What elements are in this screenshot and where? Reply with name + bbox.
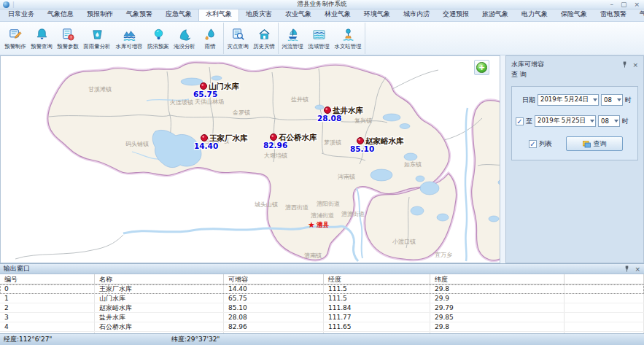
reservoir-value-label: 28.08 [317, 114, 341, 123]
status-latitude: 纬度:29°37'32" [171, 335, 220, 344]
table-cell: 111.5 [324, 294, 430, 303]
table-cell [224, 332, 324, 333]
table-cell: 王家厂水库 [95, 284, 224, 293]
toolbar-button-reservoir-capacity[interactable]: 水库可增容 [113, 23, 145, 54]
tab-3[interactable]: 预报制作 [80, 8, 120, 21]
toolbar-button-alert-query[interactable]: 预警查询 [28, 23, 55, 54]
tab-5[interactable]: 应急气象 [159, 8, 198, 21]
county-map[interactable]: 甘溪滩镇火连坡镇天供山林场金罗镇盐井镇复兴镇码头铺镇王家厂镇梦溪镇大堰垱镇涔南镇… [1, 56, 500, 263]
date-label: 日期 [522, 96, 535, 105]
toolbar-button-label: 历史灾情 [253, 42, 274, 50]
tab-4[interactable]: 气象预警 [120, 8, 159, 21]
query-button[interactable]: 查询 [566, 136, 623, 151]
end-hour-select[interactable]: 08 [598, 115, 620, 127]
toolbar-button-label: 流域管理 [308, 42, 329, 50]
tab-17[interactable]: 气象指数 [633, 8, 644, 21]
toolbar-button-area-rain[interactable]: 面雨量分析 [81, 23, 113, 54]
start-hour-select[interactable]: 08 [601, 94, 623, 106]
town-label: 澧阳街道 [317, 201, 340, 207]
column-header[interactable]: 经度 [324, 274, 430, 284]
tab-10[interactable]: 环境气象 [357, 8, 397, 21]
disaster-history-icon [257, 27, 272, 42]
reservoir-value-label: 65.75 [193, 90, 217, 98]
main-area: 甘溪滩镇火连坡镇天供山林场金罗镇盐井镇复兴镇码头铺镇王家厂镇梦溪镇大堰垱镇涔南镇… [0, 55, 644, 263]
column-header[interactable]: 可增容 [224, 274, 324, 284]
toolbar-button-label: 河流管理 [282, 42, 303, 50]
tab-16[interactable]: 雷电预警 [594, 8, 633, 21]
map-canvas[interactable]: 甘溪滩镇火连坡镇天供山林场金罗镇盐井镇复兴镇码头铺镇王家厂镇梦溪镇大堰垱镇涔南镇… [0, 55, 500, 263]
start-date-select[interactable]: 2019年 5月24日 [538, 94, 599, 106]
panel-title: 水库可增容 [511, 60, 544, 69]
tab-2[interactable]: 气象信息 [41, 8, 80, 21]
end-date-checkbox[interactable]: ✓ [516, 117, 524, 125]
chevron-down-icon [614, 120, 618, 123]
table-cell: 111.84 [324, 303, 430, 312]
column-header[interactable]: 编号 [0, 274, 95, 284]
toolbar-button-label: 水文站管理 [335, 42, 362, 50]
town-label: 码头铺镇 [125, 141, 149, 147]
table-cell: 111.77 [324, 313, 430, 322]
toolbar-group-2: 灾点查询历史灾情 [224, 23, 279, 54]
table-row[interactable]: 0王家厂水库14.40111.529.8 [0, 284, 644, 294]
tab-12[interactable]: 交通预报 [436, 8, 476, 21]
table-cell: 28.08 [224, 313, 324, 322]
toolbar-button-disaster-query[interactable]: 灾点查询 [225, 23, 251, 54]
lake [212, 76, 222, 80]
toolbar-button-flood-plan[interactable]: 防汛预案 [145, 23, 171, 54]
map-add-button[interactable]: + [474, 60, 489, 75]
toolbar-button-rain-info[interactable]: 雨情 [198, 23, 222, 54]
column-header[interactable]: 名称 [95, 274, 224, 284]
toolbar-button-disaster-history[interactable]: 历史灾情 [251, 23, 277, 54]
toolbar-button-hydro-station[interactable]: 水文站管理 [332, 23, 364, 54]
toolbar-button-submerge[interactable]: 淹没分析 [171, 23, 198, 54]
column-header[interactable]: 纬度 [430, 274, 565, 284]
maximize-button[interactable]: ▢ [621, 1, 627, 9]
table-cell [95, 332, 224, 333]
app-window: { "window": { "title": "澧县业务制作系统", "mini… [0, 0, 644, 345]
disaster-query-icon [230, 27, 246, 42]
table-empty-row [0, 332, 644, 333]
table-cell: 29.8 [430, 322, 565, 331]
panel-close-icon[interactable]: × [632, 61, 638, 69]
list-label: 列表 [539, 139, 552, 149]
lake [400, 124, 410, 129]
table-row[interactable]: 4石公桥水库82.96111.6529.8 [0, 322, 644, 332]
tab-1[interactable]: 日常业务 [1, 8, 41, 21]
toolbar-button-basin[interactable]: 流域管理 [306, 23, 332, 54]
town-label: 甘溪滩镇 [88, 86, 112, 93]
toolbar-button-river[interactable]: 河流管理 [279, 23, 306, 54]
minimize-button[interactable]: – [610, 1, 613, 9]
toolbar-button-label: 面雨量分析 [84, 42, 111, 50]
tab-7[interactable]: 地质灾害 [239, 8, 279, 21]
town-label: 澧浦街道 [311, 212, 334, 219]
menu-tab-bar: 日常业务气象信息预报制作气象预警应急气象水利气象地质灾害农业气象林业气象环境气象… [0, 9, 644, 22]
toolbar-button-label: 预警参数 [57, 42, 78, 50]
column-header[interactable] [565, 274, 644, 284]
table-cell: 石公桥水库 [95, 322, 224, 331]
tab-14[interactable]: 电力气象 [515, 8, 554, 21]
tab-15[interactable]: 保险气象 [554, 8, 594, 21]
toolbar-button-alert-make[interactable]: 预警制作 [2, 23, 28, 54]
lake [315, 105, 324, 109]
tab-11[interactable]: 城市内涝 [397, 8, 436, 21]
tab-13[interactable]: 旅游气象 [476, 8, 515, 21]
table-row[interactable]: 2赵家峪水库85.10111.8429.79 [0, 303, 644, 313]
close-button[interactable]: × [634, 1, 640, 9]
table-cell [565, 284, 644, 293]
panel-subtitle: 查 询 [511, 70, 638, 80]
output-close-icon[interactable]: × [635, 265, 640, 273]
end-date-select[interactable]: 2019年 5月25日 [535, 115, 596, 127]
table-row[interactable]: 3盐井水库28.08111.7729.85 [0, 313, 644, 322]
tab-8[interactable]: 农业气象 [279, 8, 318, 21]
lake [404, 153, 417, 160]
tab-9[interactable]: 林业气象 [318, 8, 357, 21]
pin-icon[interactable] [624, 265, 630, 272]
pin-icon[interactable] [621, 61, 628, 68]
table-cell: 赵家峪水库 [95, 303, 224, 312]
list-checkbox[interactable]: ✓ [529, 140, 537, 148]
toolbar-button-alert-params[interactable]: 预警参数 [55, 23, 81, 54]
table-row[interactable]: 1山门水库65.75111.529.9 [0, 294, 644, 303]
toolbar-group-1: 预警制作预警查询预警参数面雨量分析水库可增容防汛预案淹没分析雨情 [1, 23, 224, 54]
reservoir-capacity-panel: 水库可增容 × 查 询 日期 2019年 5月24日 08 时 ✓ 至 [505, 55, 644, 263]
town-label: 火连坡镇 [170, 99, 193, 106]
